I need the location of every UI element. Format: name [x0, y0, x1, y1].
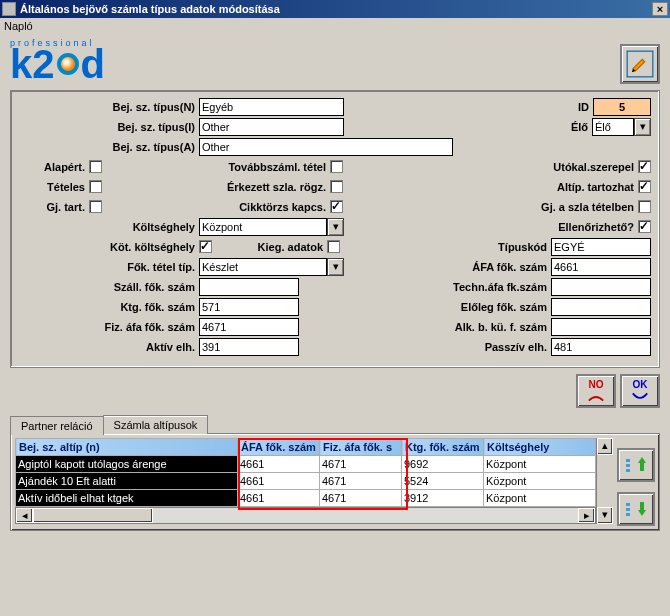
tab-partner[interactable]: Partner reláció	[10, 416, 104, 435]
col-hely[interactable]: Költséghely	[484, 439, 596, 456]
tovabbszaml-check[interactable]	[330, 160, 343, 173]
tab-altipusok[interactable]: Számla altípusok	[103, 415, 209, 434]
filter-up-button[interactable]	[617, 448, 655, 482]
utokal-check[interactable]	[638, 160, 651, 173]
cell-afa[interactable]: 4661	[238, 473, 320, 490]
scroll-right-icon[interactable]: ▸	[578, 508, 595, 523]
label-afa-fok: ÁFA fők. szám	[472, 261, 551, 273]
cell-hely[interactable]: Központ	[484, 473, 596, 490]
hscrollbar[interactable]: ◂ ▸	[15, 507, 596, 524]
close-button[interactable]: ×	[652, 2, 668, 16]
side-buttons	[617, 438, 655, 526]
fiz-afa-input[interactable]	[199, 318, 299, 336]
grid-table: Bej. sz. altíp (n) ÁFA fők. szám Fiz. áf…	[15, 438, 596, 507]
svg-rect-1	[626, 459, 630, 462]
col-fiz[interactable]: Fiz. áfa fők. s	[320, 439, 402, 456]
cell-afa[interactable]: 4661	[238, 456, 320, 473]
alk-b-input[interactable]	[551, 318, 651, 336]
tipuskod-input[interactable]	[551, 238, 651, 256]
svg-rect-4	[640, 463, 644, 471]
titlebar: Általános bejövő számla típus adatok mód…	[0, 0, 670, 18]
label-kot-koltseghely: Köt. költséghely	[19, 241, 199, 253]
dropdown-icon[interactable]: ▾	[327, 218, 344, 236]
cell-hely[interactable]: Központ	[484, 456, 596, 473]
vscrollbar[interactable]: ▴ ▾	[596, 438, 613, 524]
window-title: Általános bejövő számla típus adatok mód…	[20, 3, 652, 15]
label-fok-tetel: Fők. tétel típ.	[19, 261, 199, 273]
table-row[interactable]: Ajándék 10 Eft alatti466146715524Központ	[16, 473, 596, 490]
label-bej-i: Bej. sz. típus(I)	[19, 121, 199, 133]
cell-ktg[interactable]: 9692	[402, 456, 484, 473]
dropdown-icon[interactable]: ▾	[634, 118, 651, 136]
tabstrip: Partner reláció Számla altípusok	[10, 414, 660, 433]
cell-fiz[interactable]: 4671	[320, 490, 402, 507]
altip-tartozhat-check[interactable]	[638, 180, 651, 193]
app-icon	[2, 2, 16, 16]
label-alk-b: Alk. b. kü. f. szám	[455, 321, 551, 333]
cell-ktg[interactable]: 5524	[402, 473, 484, 490]
ellenor-check[interactable]	[638, 220, 651, 233]
svg-rect-7	[626, 513, 630, 516]
cell-hely[interactable]: Központ	[484, 490, 596, 507]
table-row[interactable]: Agiptól kapott utólagos árenge4661467196…	[16, 456, 596, 473]
cell-ktg[interactable]: 3912	[402, 490, 484, 507]
dropdown-icon[interactable]: ▾	[327, 258, 344, 276]
cell-fiz[interactable]: 4671	[320, 473, 402, 490]
col-afa[interactable]: ÁFA fők. szám	[238, 439, 320, 456]
bej-sz-tipus-n-input[interactable]	[199, 98, 344, 116]
form-panel: Bej. sz. típus(N) ID 5 Bej. sz. típus(I)…	[10, 90, 660, 368]
cell-name[interactable]: Aktív időbeli elhat ktgek	[16, 490, 238, 507]
col-name[interactable]: Bej. sz. altíp (n)	[16, 439, 238, 456]
afa-fok-input[interactable]	[551, 258, 651, 276]
cell-name[interactable]: Ajándék 10 Eft alatti	[16, 473, 238, 490]
no-button[interactable]: NO	[576, 374, 616, 408]
label-alapert: Alapért.	[19, 161, 89, 173]
scroll-down-icon[interactable]: ▾	[597, 507, 613, 524]
alapert-check[interactable]	[89, 160, 102, 173]
koltseghely-select[interactable]: ▾	[199, 218, 344, 236]
gj-tart-check[interactable]	[89, 200, 102, 213]
eloleg-fok-input[interactable]	[551, 298, 651, 316]
ok-button[interactable]: OK	[620, 374, 660, 408]
label-szall-fok: Száll. fők. szám	[19, 281, 199, 293]
label-utokal: Utókal.szerepel	[553, 161, 638, 173]
label-altip-tartozhat: Altíp. tartozhat	[557, 181, 638, 193]
table-row[interactable]: Aktív időbeli elhat ktgek466146713912Köz…	[16, 490, 596, 507]
cell-name[interactable]: Agiptól kapott utólagos árenge	[16, 456, 238, 473]
cell-afa[interactable]: 4661	[238, 490, 320, 507]
bej-sz-tipus-i-input[interactable]	[199, 118, 344, 136]
szall-fok-input[interactable]	[199, 278, 299, 296]
menu-log[interactable]: Napló	[4, 20, 33, 32]
filter-down-button[interactable]	[617, 492, 655, 526]
col-ktg[interactable]: Ktg. fők. szám	[402, 439, 484, 456]
edit-button[interactable]	[620, 44, 660, 84]
techn-afa-input[interactable]	[551, 278, 651, 296]
filter-arrow-icon	[624, 499, 648, 519]
cell-fiz[interactable]: 4671	[320, 456, 402, 473]
ktg-fok-input[interactable]	[199, 298, 299, 316]
label-koltseghely: Költséghely	[19, 221, 199, 233]
aktiv-elh-input[interactable]	[199, 338, 299, 356]
pencil-icon	[626, 50, 654, 78]
erkezett-check[interactable]	[330, 180, 343, 193]
kot-koltseghely-check[interactable]	[199, 240, 212, 253]
label-eloleg-fok: Előleg fők. szám	[461, 301, 551, 313]
fok-tetel-select[interactable]: ▾	[199, 258, 344, 276]
label-id: ID	[578, 101, 593, 113]
kieg-check[interactable]	[327, 240, 340, 253]
label-gj-tart: Gj. tart.	[19, 201, 89, 213]
scroll-left-icon[interactable]: ◂	[16, 508, 33, 523]
label-tovabbszaml: Továbbszáml. tétel	[102, 161, 330, 173]
teteles-check[interactable]	[89, 180, 102, 193]
elo-select[interactable]: ▾	[592, 118, 651, 136]
logo: professional k2d	[10, 38, 620, 84]
scroll-up-icon[interactable]: ▴	[597, 438, 613, 455]
label-cikktorzs: Cikktörzs kapcs.	[102, 201, 330, 213]
menubar: Napló	[0, 18, 670, 34]
svg-rect-5	[626, 503, 630, 506]
bej-sz-tipus-a-input[interactable]	[199, 138, 453, 156]
gj-szla-check[interactable]	[638, 200, 651, 213]
label-kieg: Kieg. adatok	[212, 241, 327, 253]
cikktorzs-check[interactable]	[330, 200, 343, 213]
passziv-elh-input[interactable]	[551, 338, 651, 356]
